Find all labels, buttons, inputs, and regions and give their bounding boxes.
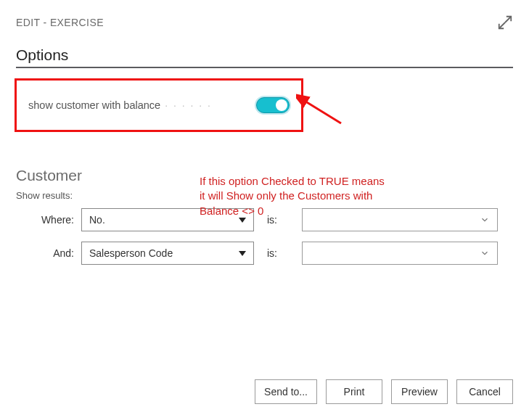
toggle-label: show customer with balance <box>28 99 160 111</box>
select-value: No. <box>89 214 105 226</box>
chevron-down-icon <box>480 248 490 258</box>
is-label: is: <box>267 214 302 226</box>
caret-down-icon <box>239 251 246 256</box>
preview-button[interactable]: Preview <box>391 379 448 404</box>
annotation-highlight-box: show customer with balance · · · · · · <box>15 78 303 132</box>
filter-label: And: <box>16 247 81 259</box>
window-title: EDIT - EXERCISE <box>16 17 104 28</box>
expand-icon[interactable] <box>497 15 513 30</box>
options-title: Options <box>16 46 513 65</box>
show-balance-toggle[interactable] <box>256 97 290 113</box>
send-to-button[interactable]: Send to... <box>255 379 317 404</box>
customer-section: Customer Show results: Where: No. is: An… <box>16 167 513 265</box>
filter-row-where: Where: No. is: <box>16 208 513 231</box>
toggle-row: show customer with balance · · · · · · <box>17 97 301 113</box>
chevron-down-icon <box>480 215 490 225</box>
and-field-select[interactable]: Salesperson Code <box>81 242 254 265</box>
where-value-input[interactable] <box>302 208 498 231</box>
window-header: EDIT - EXERCISE <box>16 15 513 30</box>
filter-label: Where: <box>16 214 81 226</box>
dots-fill: · · · · · · <box>165 99 212 111</box>
options-section: Options show customer with balance · · ·… <box>16 46 513 132</box>
caret-down-icon <box>239 218 246 223</box>
cancel-button[interactable]: Cancel <box>456 379 513 404</box>
section-divider <box>16 67 513 68</box>
is-label: is: <box>267 247 302 259</box>
filter-row-and: And: Salesperson Code is: <box>16 242 513 265</box>
where-field-select[interactable]: No. <box>81 208 254 231</box>
and-value-input[interactable] <box>302 242 498 265</box>
select-value: Salesperson Code <box>89 247 173 259</box>
footer-actions: Send to... Print Preview Cancel <box>255 379 513 404</box>
print-button[interactable]: Print <box>326 379 382 404</box>
show-results-label: Show results: <box>16 190 513 201</box>
customer-title: Customer <box>16 167 513 184</box>
